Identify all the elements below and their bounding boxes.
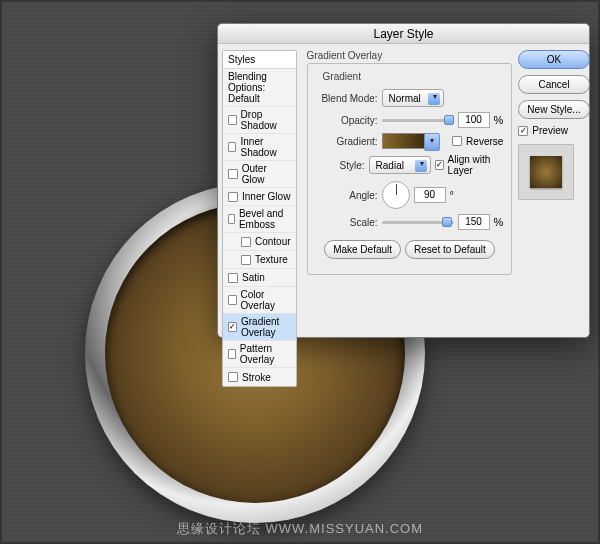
style-checkbox[interactable] [228,273,238,283]
style-label: Satin [242,272,265,283]
style-checkbox[interactable] [228,295,237,305]
style-row-color-overlay[interactable]: Color Overlay [223,287,296,314]
style-label: Color Overlay [241,289,291,311]
style-checkbox[interactable] [228,169,238,179]
scale-value[interactable]: 150 [458,214,490,230]
preview-swatch [530,156,562,188]
reverse-label: Reverse [466,136,503,147]
style-label: Pattern Overlay [240,343,291,365]
options-column: Gradient Overlay Gradient Blend Mode: No… [301,44,519,337]
scale-label: Scale: [316,217,378,228]
align-checkbox[interactable] [435,160,444,170]
style-checkbox[interactable] [228,214,235,224]
cancel-button[interactable]: Cancel [518,75,589,94]
style-select[interactable]: Radial [369,156,431,174]
style-row-inner-shadow[interactable]: Inner Shadow [223,134,296,161]
scale-slider[interactable] [382,216,454,228]
style-label: Outer Glow [242,163,291,185]
angle-label: Angle: [316,190,378,201]
preview-checkbox[interactable] [518,126,528,136]
section-title: Gradient Overlay [307,50,513,61]
style-label: Inner Shadow [240,136,290,158]
angle-value[interactable]: 90 [414,187,446,203]
preview-swatch-frame [518,144,574,200]
style-label: Texture [255,254,288,265]
style-row-drop-shadow[interactable]: Drop Shadow [223,107,296,134]
angle-unit: ° [450,189,454,201]
style-checkbox[interactable] [228,372,238,382]
style-label: Style: [316,160,365,171]
style-label: Inner Glow [242,191,290,202]
style-checkbox[interactable] [228,322,237,332]
preview-label: Preview [532,125,568,136]
opacity-value[interactable]: 100 [458,112,490,128]
style-row-stroke[interactable]: Stroke [223,368,296,386]
align-label: Align with Layer [448,154,504,176]
style-checkbox[interactable] [228,192,238,202]
style-row-gradient-overlay[interactable]: Gradient Overlay [223,314,296,341]
style-checkbox[interactable] [241,237,251,247]
reverse-checkbox[interactable] [452,136,462,146]
style-row-bevel-and-emboss[interactable]: Bevel and Emboss [223,206,296,233]
style-checkbox[interactable] [228,115,237,125]
style-row-satin[interactable]: Satin [223,269,296,287]
style-label: Contour [255,236,291,247]
style-row-contour[interactable]: Contour [223,233,296,251]
layer-style-dialog: Layer Style Styles Blending Options: Def… [217,23,590,338]
style-label: Bevel and Emboss [239,208,291,230]
styles-header[interactable]: Styles [223,51,296,69]
style-label: Stroke [242,372,271,383]
scale-unit: % [494,216,504,228]
gradient-label: Gradient: [316,136,378,147]
blending-options-row[interactable]: Blending Options: Default [223,69,296,107]
dialog-title: Layer Style [218,24,589,44]
styles-column: Styles Blending Options: Default Drop Sh… [218,44,301,337]
ok-button[interactable]: OK [518,50,589,69]
make-default-button[interactable]: Make Default [324,240,401,259]
opacity-unit: % [494,114,504,126]
opacity-label: Opacity: [316,115,378,126]
opacity-slider[interactable] [382,114,454,126]
style-row-inner-glow[interactable]: Inner Glow [223,188,296,206]
blend-mode-select[interactable]: Normal [382,89,444,107]
blending-options-label: Blending Options: Default [228,71,291,104]
angle-dial[interactable] [382,181,410,209]
buttons-column: OK Cancel New Style... Preview [518,44,593,337]
blend-mode-label: Blend Mode: [316,93,378,104]
gradient-picker[interactable] [382,133,427,149]
style-row-texture[interactable]: Texture [223,251,296,269]
new-style-button[interactable]: New Style... [518,100,589,119]
style-row-pattern-overlay[interactable]: Pattern Overlay [223,341,296,368]
style-label: Gradient Overlay [241,316,291,338]
gradient-fieldset: Gradient Blend Mode: Normal Opacity: 100… [307,63,513,275]
style-checkbox[interactable] [241,255,251,265]
reset-default-button[interactable]: Reset to Default [405,240,495,259]
style-label: Drop Shadow [241,109,291,131]
style-row-outer-glow[interactable]: Outer Glow [223,161,296,188]
style-checkbox[interactable] [228,142,236,152]
style-checkbox[interactable] [228,349,236,359]
watermark-text: 思缘设计论坛 WWW.MISSYUAN.COM [0,520,600,538]
fieldset-legend: Gradient [320,71,364,82]
